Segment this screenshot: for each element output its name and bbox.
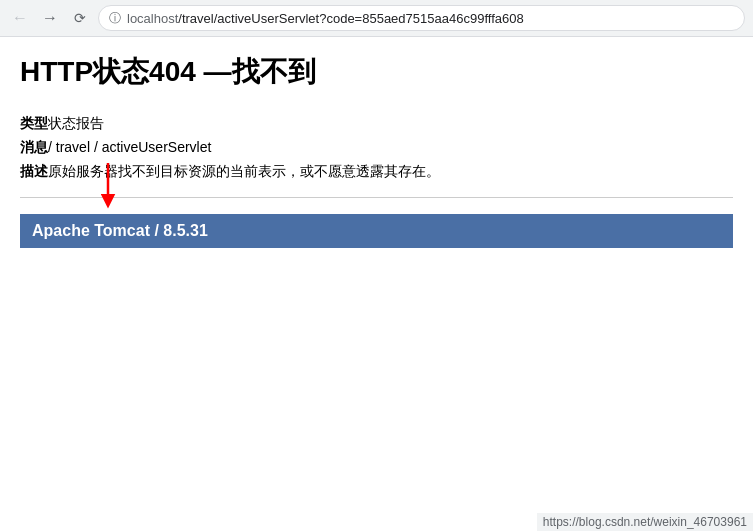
address-bar[interactable]: ⓘ localhost/travel/activeUserServlet?cod… bbox=[98, 5, 745, 31]
server-banner: Apache Tomcat / 8.5.31 bbox=[20, 214, 733, 248]
url-scheme: localhost bbox=[127, 11, 178, 26]
message-section: 消息/ travel / activeUserServlet bbox=[20, 139, 733, 157]
description-label: 描述 bbox=[20, 163, 48, 181]
type-section: 类型状态报告 bbox=[20, 115, 733, 133]
url-text: localhost/travel/activeUserServlet?code=… bbox=[127, 11, 524, 26]
type-label: 类型 bbox=[20, 115, 48, 131]
refresh-button[interactable]: ⟳ bbox=[68, 6, 92, 30]
page-content: HTTP状态404 —找不到 类型状态报告 消息/ travel / activ… bbox=[0, 37, 753, 264]
message-value: / travel / activeUserServlet bbox=[48, 139, 211, 155]
arrow-annotation bbox=[88, 161, 128, 214]
lock-icon: ⓘ bbox=[109, 10, 121, 27]
error-title: HTTP状态404 —找不到 bbox=[20, 53, 733, 95]
description-section: 描述 原始服务器找不到目标资源的当前表示，或不愿意透露其存在。 bbox=[20, 163, 733, 181]
browser-chrome: ← → ⟳ ⓘ localhost/travel/activeUserServl… bbox=[0, 0, 753, 37]
type-value: 状态报告 bbox=[48, 115, 104, 131]
status-bar: https://blog.csdn.net/weixin_46703961 bbox=[537, 513, 753, 531]
message-label: 消息 bbox=[20, 139, 48, 155]
back-button[interactable]: ← bbox=[8, 6, 32, 30]
forward-button[interactable]: → bbox=[38, 6, 62, 30]
url-path: /travel/activeUserServlet?code=855aed751… bbox=[178, 11, 523, 26]
browser-toolbar: ← → ⟳ ⓘ localhost/travel/activeUserServl… bbox=[0, 0, 753, 36]
